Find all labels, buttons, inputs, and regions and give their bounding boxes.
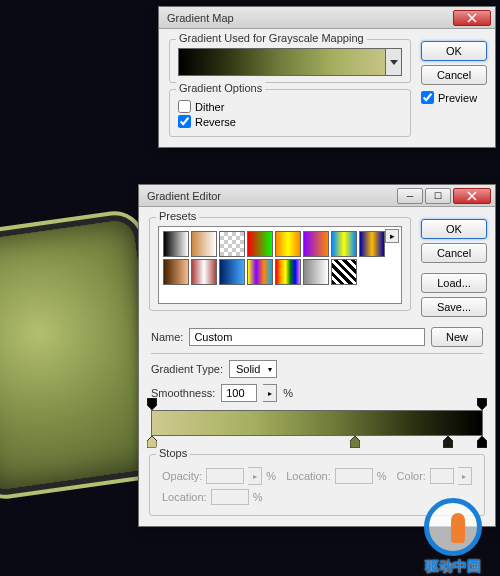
preset-swatch[interactable] <box>331 259 357 285</box>
preset-swatch[interactable] <box>247 259 273 285</box>
smoothness-label: Smoothness: <box>151 387 215 399</box>
preset-swatch[interactable] <box>303 231 329 257</box>
ok-button[interactable]: OK <box>421 219 487 239</box>
cancel-button[interactable]: Cancel <box>421 243 487 263</box>
color-stop[interactable] <box>350 436 360 448</box>
gradient-editor-dialog: Gradient Editor ─ ☐ Presets ▸ <box>138 184 496 527</box>
smoothness-spinner[interactable]: ▸ <box>263 384 277 402</box>
preview-input[interactable] <box>421 91 434 104</box>
percent-label: % <box>283 387 293 399</box>
gradient-track[interactable] <box>151 410 483 436</box>
preset-grid: ▸ <box>158 226 402 304</box>
color-label: Color: <box>397 470 426 482</box>
dither-input[interactable] <box>178 100 191 113</box>
reverse-input[interactable] <box>178 115 191 128</box>
presets-group: Presets ▸ <box>149 217 411 311</box>
reverse-label: Reverse <box>195 116 236 128</box>
preset-swatch[interactable] <box>163 231 189 257</box>
load-button[interactable]: Load... <box>421 273 487 293</box>
name-input[interactable]: Custom <box>189 328 425 346</box>
preset-swatch[interactable] <box>275 231 301 257</box>
location-input <box>335 468 373 484</box>
smoothness-input[interactable]: 100 <box>221 384 257 402</box>
gradient-type-select[interactable]: Solid <box>229 360 277 378</box>
preview-label: Preview <box>438 92 477 104</box>
close-button[interactable] <box>453 188 491 204</box>
dither-checkbox[interactable]: Dither <box>178 100 402 113</box>
presets-menu-icon[interactable]: ▸ <box>385 229 399 243</box>
preset-swatch[interactable] <box>219 259 245 285</box>
preset-swatch[interactable] <box>163 259 189 285</box>
opacity-stop[interactable] <box>477 398 487 410</box>
color-well <box>430 468 454 484</box>
preset-swatch[interactable] <box>191 231 217 257</box>
gradient-dropdown[interactable] <box>385 49 401 75</box>
location-label: Location: <box>162 491 207 503</box>
close-button[interactable] <box>453 10 491 26</box>
reverse-checkbox[interactable]: Reverse <box>178 115 402 128</box>
new-button[interactable]: New <box>431 327 483 347</box>
preview-checkbox[interactable]: Preview <box>421 91 487 104</box>
dialog-title: Gradient Map <box>163 12 453 24</box>
stops-group: Stops Opacity:▸% Location:% Color:▸ Loca… <box>149 454 485 516</box>
gradient-preview[interactable] <box>178 48 402 76</box>
minimize-button[interactable]: ─ <box>397 188 423 204</box>
gradient-type-label: Gradient Type: <box>151 363 223 375</box>
gradient-options-group: Gradient Options Dither Reverse <box>169 89 411 137</box>
cancel-button[interactable]: Cancel <box>421 65 487 85</box>
save-button[interactable]: Save... <box>421 297 487 317</box>
gradient-map-dialog: Gradient Map Gradient Used for Grayscale… <box>158 6 496 148</box>
dither-label: Dither <box>195 101 224 113</box>
opacity-label: Opacity: <box>162 470 202 482</box>
group-label: Gradient Used for Grayscale Mapping <box>176 32 367 44</box>
opacity-spinner: ▸ <box>248 467 262 485</box>
color-spinner: ▸ <box>458 467 472 485</box>
preset-swatch[interactable] <box>219 231 245 257</box>
color-stop[interactable] <box>477 436 487 448</box>
presets-label: Presets <box>156 210 199 222</box>
options-label: Gradient Options <box>176 82 265 94</box>
color-stop[interactable] <box>443 436 453 448</box>
dialog-title: Gradient Editor <box>143 190 397 202</box>
preset-swatch[interactable] <box>275 259 301 285</box>
opacity-input <box>206 468 244 484</box>
preset-swatch[interactable] <box>331 231 357 257</box>
location-label: Location: <box>286 470 331 482</box>
name-label: Name: <box>151 331 183 343</box>
location-input <box>211 489 249 505</box>
preset-swatch[interactable] <box>247 231 273 257</box>
preset-swatch[interactable] <box>359 231 385 257</box>
opacity-stop[interactable] <box>147 398 157 410</box>
titlebar[interactable]: Gradient Map <box>159 7 495 29</box>
preset-swatch[interactable] <box>303 259 329 285</box>
titlebar[interactable]: Gradient Editor ─ ☐ <box>139 185 495 207</box>
stops-label: Stops <box>156 447 190 459</box>
maximize-button[interactable]: ☐ <box>425 188 451 204</box>
gradient-ramp-editor[interactable] <box>151 410 483 436</box>
grayscale-mapping-group: Gradient Used for Grayscale Mapping <box>169 39 411 83</box>
ok-button[interactable]: OK <box>421 41 487 61</box>
preset-swatch[interactable] <box>191 259 217 285</box>
